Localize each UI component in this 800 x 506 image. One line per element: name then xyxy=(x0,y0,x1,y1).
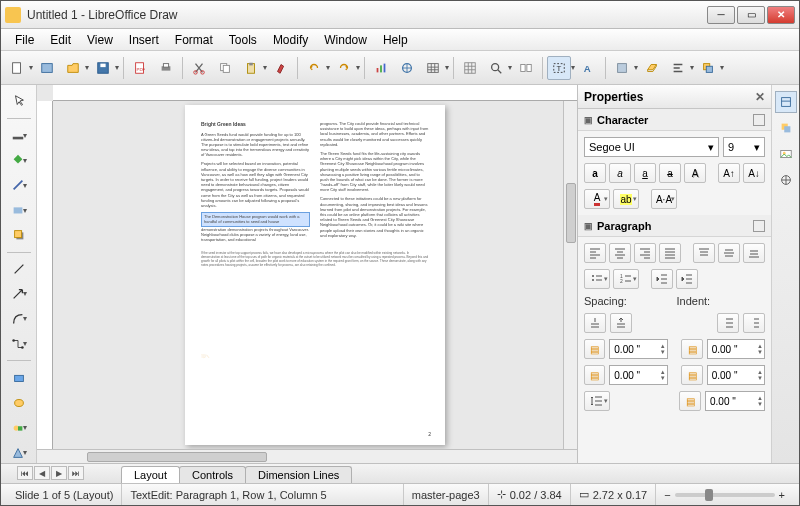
indent-right-input[interactable]: 0.00 "▲▼ xyxy=(707,365,765,385)
dropdown-icon[interactable]: ▾ xyxy=(263,63,267,72)
properties-tab-icon[interactable] xyxy=(775,91,797,113)
align-justify-button[interactable] xyxy=(659,243,681,263)
dropdown-icon[interactable]: ▾ xyxy=(720,63,724,72)
table-icon[interactable] xyxy=(421,56,445,80)
cut-icon[interactable] xyxy=(187,56,211,80)
navigator-icon[interactable] xyxy=(514,56,538,80)
format-paintbrush-icon[interactable] xyxy=(269,56,293,80)
open-icon[interactable] xyxy=(61,56,85,80)
space-above-icon[interactable]: ▤ xyxy=(584,339,605,359)
zoom-knob[interactable] xyxy=(705,489,713,501)
decrease-size-button[interactable]: A↓ xyxy=(743,163,765,183)
space-below-icon[interactable]: ▤ xyxy=(584,365,605,385)
scroll-thumb[interactable] xyxy=(566,183,576,243)
fill-icon[interactable]: ▾ xyxy=(6,200,32,221)
arrow-tool-icon[interactable]: ▾ xyxy=(6,283,32,304)
bold-button[interactable]: a xyxy=(584,163,606,183)
align-center-button[interactable] xyxy=(609,243,631,263)
print-icon[interactable] xyxy=(154,56,178,80)
zoom-out-button[interactable]: − xyxy=(664,489,670,501)
pointer-icon[interactable] xyxy=(6,91,32,112)
line-icon[interactable]: ▾ xyxy=(6,175,32,196)
navigator-tab-icon[interactable] xyxy=(775,169,797,191)
numbering-button[interactable]: 12▾ xyxy=(613,269,639,289)
next-tab-icon[interactable]: ▶ xyxy=(51,466,67,480)
maximize-button[interactable]: ▭ xyxy=(737,6,765,24)
more-options-icon[interactable] xyxy=(753,220,765,232)
highlight-color-button[interactable]: ab▾ xyxy=(613,189,639,209)
font-color-button[interactable]: A▾ xyxy=(584,189,610,209)
space-below-input[interactable]: 0.00 "▲▼ xyxy=(609,365,667,385)
scroll-thumb[interactable] xyxy=(87,452,267,462)
indent-first-icon[interactable]: ▤ xyxy=(679,391,701,411)
menu-format[interactable]: Format xyxy=(167,31,221,49)
space-above-dec-icon[interactable] xyxy=(584,313,606,333)
minimize-button[interactable]: ─ xyxy=(707,6,735,24)
bullets-button[interactable]: ▾ xyxy=(584,269,610,289)
tab-layout[interactable]: Layout xyxy=(121,466,180,483)
line-spacing-button[interactable]: ▾ xyxy=(584,391,610,411)
space-above-input[interactable]: 0.00 "▲▼ xyxy=(609,339,667,359)
tab-controls[interactable]: Controls xyxy=(179,466,246,483)
zoom-in-button[interactable]: + xyxy=(779,489,785,501)
ellipse-icon[interactable] xyxy=(6,392,32,413)
collapse-icon[interactable]: ▣ xyxy=(584,115,593,125)
close-button[interactable]: ✕ xyxy=(767,6,795,24)
grid-icon[interactable] xyxy=(458,56,482,80)
increase-size-button[interactable]: A↑ xyxy=(718,163,740,183)
outdent-button[interactable] xyxy=(651,269,673,289)
dropdown-icon[interactable]: ▾ xyxy=(85,63,89,72)
paragraph-section-header[interactable]: ▣ Paragraph xyxy=(578,215,771,237)
hyperlink-icon[interactable] xyxy=(395,56,419,80)
fontwork-icon[interactable]: A xyxy=(577,56,601,80)
highlighted-text[interactable]: The Demonstration House program would wo… xyxy=(201,212,310,226)
menu-view[interactable]: View xyxy=(79,31,121,49)
last-tab-icon[interactable]: ⏭ xyxy=(68,466,84,480)
save-icon[interactable] xyxy=(91,56,115,80)
status-master[interactable]: master-page3 xyxy=(404,484,489,505)
indent-left-input[interactable]: 0.00 "▲▼ xyxy=(707,339,765,359)
space-above-inc-icon[interactable] xyxy=(610,313,632,333)
menu-modify[interactable]: Modify xyxy=(265,31,316,49)
extrusion-icon[interactable] xyxy=(640,56,664,80)
connector-icon[interactable]: ▾ xyxy=(6,333,32,354)
prev-tab-icon[interactable]: ◀ xyxy=(34,466,50,480)
gallery-tab-icon[interactable] xyxy=(775,143,797,165)
dropdown-icon[interactable]: ▾ xyxy=(634,63,638,72)
indent-inc-icon[interactable] xyxy=(743,313,765,333)
redo-icon[interactable] xyxy=(332,56,356,80)
rectangle-icon[interactable] xyxy=(6,367,32,388)
align-right-button[interactable] xyxy=(634,243,656,263)
export-pdf-icon[interactable]: PDF xyxy=(128,56,152,80)
dropdown-icon[interactable]: ▾ xyxy=(115,63,119,72)
copy-icon[interactable] xyxy=(213,56,237,80)
zoom-icon[interactable] xyxy=(484,56,508,80)
strikethrough-button[interactable]: a xyxy=(659,163,681,183)
chart-icon[interactable] xyxy=(369,56,393,80)
align-bottom-button[interactable] xyxy=(743,243,765,263)
character-section-header[interactable]: ▣ Character xyxy=(578,109,771,131)
menu-help[interactable]: Help xyxy=(375,31,416,49)
styles-icon[interactable] xyxy=(610,56,634,80)
char-spacing-button[interactable]: A·A▾ xyxy=(651,189,677,209)
align-icon[interactable] xyxy=(666,56,690,80)
ruler-horizontal[interactable] xyxy=(53,85,577,101)
font-name-combo[interactable]: Segoe UI▾ xyxy=(584,137,719,157)
new-icon[interactable] xyxy=(5,56,29,80)
dropdown-icon[interactable]: ▾ xyxy=(690,63,694,72)
indent-first-input[interactable]: 0.00 "▲▼ xyxy=(705,391,765,411)
curve-tool-icon[interactable]: ▾ xyxy=(6,308,32,329)
dropdown-icon[interactable]: ▾ xyxy=(571,63,575,72)
indent-left-icon[interactable]: ▤ xyxy=(681,339,702,359)
indent-dec-icon[interactable] xyxy=(717,313,739,333)
align-top-button[interactable] xyxy=(693,243,715,263)
line-tool-icon[interactable] xyxy=(6,259,32,280)
ruler-vertical[interactable] xyxy=(37,101,53,449)
styles-tab-icon[interactable] xyxy=(775,117,797,139)
basic-shapes-icon[interactable]: ▾ xyxy=(6,442,32,463)
menu-file[interactable]: File xyxy=(7,31,42,49)
shadow-text-button[interactable]: A xyxy=(684,163,706,183)
menu-edit[interactable]: Edit xyxy=(42,31,79,49)
undo-icon[interactable] xyxy=(302,56,326,80)
indent-button[interactable] xyxy=(676,269,698,289)
